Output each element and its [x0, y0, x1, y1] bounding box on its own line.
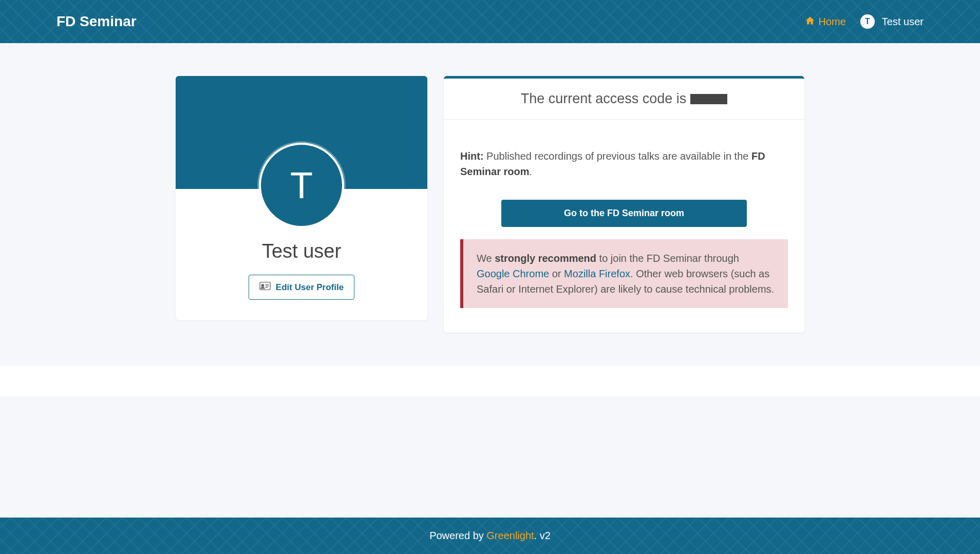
- go-to-room-button[interactable]: Go to the FD Seminar room: [501, 200, 747, 227]
- access-code-header: The current access code is: [444, 79, 804, 120]
- main-body: Hint: Published recordings of previous t…: [444, 120, 804, 333]
- hint-text: Hint: Published recordings of previous t…: [460, 148, 788, 179]
- hint-text-2: .: [529, 166, 532, 177]
- access-code-redacted: [690, 94, 727, 104]
- nav: Home T Test user: [805, 14, 924, 29]
- edit-profile-label: Edit User Profile: [276, 282, 344, 293]
- nav-user-name: Test user: [882, 16, 924, 28]
- main-card: The current access code is Hint: Publish…: [444, 76, 804, 333]
- spacer: [0, 366, 980, 396]
- edit-profile-button[interactable]: Edit User Profile: [249, 275, 354, 300]
- hint-text-1: Published recordings of previous talks a…: [484, 150, 751, 162]
- header: FD Seminar Home T Test user: [0, 0, 980, 43]
- nav-home-label: Home: [818, 16, 845, 28]
- svg-point-1: [261, 284, 264, 287]
- mozilla-firefox-link[interactable]: Mozilla Firefox: [564, 268, 630, 279]
- brand-logo[interactable]: FD Seminar: [56, 13, 137, 30]
- nav-avatar: T: [860, 14, 875, 29]
- warning-prefix: We: [477, 253, 495, 264]
- warning-strong: strongly recommend: [495, 253, 596, 264]
- profile-avatar: T: [259, 143, 344, 228]
- access-code-prefix: The current access code is: [521, 91, 687, 107]
- nav-user-menu[interactable]: T Test user: [860, 14, 924, 29]
- google-chrome-link[interactable]: Google Chrome: [477, 268, 549, 279]
- warning-mid1: to join the FD Seminar through: [596, 253, 739, 264]
- main-container: T Test user Edit User Profile The curren…: [176, 43, 804, 366]
- nav-home-link[interactable]: Home: [805, 15, 845, 28]
- browser-warning: We strongly recommend to join the FD Sem…: [460, 239, 788, 308]
- profile-card: T Test user Edit User Profile: [176, 76, 427, 320]
- id-card-icon: [259, 281, 271, 293]
- profile-name: Test user: [176, 240, 427, 262]
- profile-header: T: [176, 76, 427, 189]
- home-icon: [805, 15, 815, 28]
- hint-label: Hint:: [460, 150, 484, 162]
- warning-mid2: or: [549, 268, 564, 279]
